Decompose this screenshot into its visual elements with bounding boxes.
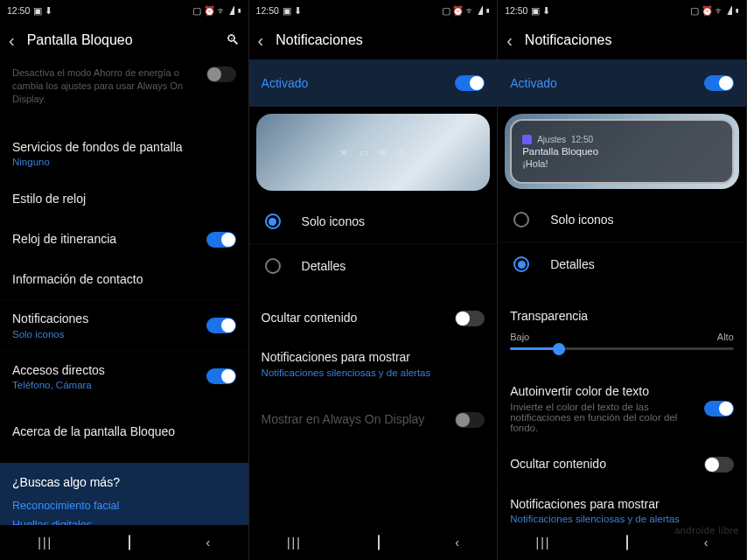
radio-icons-only-label: Solo iconos <box>550 213 613 227</box>
autoinvert-sub: Invierte el color del texto de las notif… <box>510 402 695 433</box>
aod-disabled-note: Desactiva el modo Ahorro de energía o ca… <box>0 60 248 118</box>
lockscreen-preview: ✕ ▭ ✉ ▯ <box>256 114 491 191</box>
activado-label: Activado <box>510 76 557 90</box>
activado-toggle[interactable] <box>704 75 734 91</box>
nav-back[interactable]: ‹ <box>704 536 709 550</box>
nav-home[interactable] <box>129 536 130 550</box>
wallpaper-services-row[interactable]: Servicios de fondos de pantalla Ninguno <box>0 129 248 180</box>
shortcuts-row[interactable]: Accesos directos Teléfono, Cámara <box>0 352 248 402</box>
preview-mail-icon: ✉ <box>376 146 388 158</box>
radio-icons-only[interactable] <box>513 212 529 228</box>
wallpaper-sub: Ninguno <box>12 157 227 167</box>
hide-content-label: Ocultar contenido <box>262 311 447 326</box>
link-face-recognition[interactable]: Reconocimiento facial <box>12 500 236 512</box>
status-left-icons: ▣ ⬇ <box>33 5 52 16</box>
preview-message-icon: ▭ <box>357 146 369 158</box>
nav-recents[interactable]: ||| <box>38 536 52 550</box>
activado-label: Activado <box>262 76 309 90</box>
back-icon[interactable]: ‹ <box>258 31 264 51</box>
back-icon[interactable]: ‹ <box>9 31 15 51</box>
transparency-section: Transparencia Bajo Alto <box>498 297 746 368</box>
back-icon[interactable]: ‹ <box>506 31 513 51</box>
slider-high: Alto <box>717 332 734 342</box>
screenshot-lock-screen-settings: 12:50▣ ⬇ ▢ ⏰ ᯤ ◢ ▮ ‹ Pantalla Bloqueo 🔍︎… <box>0 0 249 560</box>
autoinvert-label: Autoinvertir color de texto <box>510 384 695 400</box>
clock-style-label: Estilo de reloj <box>12 192 227 207</box>
show-on-aod-label: Mostrar en Always On Display <box>262 412 447 428</box>
header: ‹ Notificaciones <box>498 21 746 60</box>
roaming-clock-row[interactable]: Reloj de itinerancia <box>0 220 248 260</box>
notifications-to-show-row[interactable]: Notificaciones para mostrar Notificacion… <box>498 486 746 526</box>
preview-notification-card: Ajustes 12:50 Pantalla Bloqueo ¡Hola! <box>510 119 734 184</box>
status-right-icons: ▢ ⏰ ᯤ ◢ ▮ <box>690 5 739 17</box>
search-more-title: ¿Buscas algo más? <box>12 475 236 489</box>
page-title: Pantalla Bloqueo <box>27 32 213 48</box>
contact-info-row[interactable]: Información de contacto <box>0 260 248 300</box>
roaming-clock-toggle[interactable] <box>206 232 236 248</box>
header: ‹ Pantalla Bloqueo 🔍︎ <box>0 21 248 60</box>
radio-details[interactable] <box>265 258 281 274</box>
preview-time: 12:50 <box>571 135 593 144</box>
status-bar: 12:50▣ ⬇ ▢ ⏰ ᯤ ◢ ▮ <box>0 0 248 21</box>
radio-details-row[interactable]: Detalles <box>249 243 498 288</box>
radio-icons-only-row[interactable]: Solo iconos <box>498 198 746 242</box>
hide-content-row[interactable]: Ocultar contenido <box>249 298 498 339</box>
about-label: Acerca de la pantalla Bloqueo <box>12 424 227 440</box>
to-show-label: Notificaciones para mostrar <box>262 350 477 366</box>
clock: 12:50 <box>505 5 527 16</box>
nav-bar: ||| ‹ <box>0 525 248 560</box>
status-bar: 12:50▣ ⬇ ▢ ⏰ ᯤ ◢ ▮ <box>249 0 498 21</box>
header: ‹ Notificaciones <box>249 21 498 60</box>
nav-back[interactable]: ‹ <box>206 536 211 550</box>
activado-toggle[interactable] <box>455 75 485 91</box>
radio-icons-only-row[interactable]: Solo iconos <box>249 200 498 243</box>
screenshot-notifications-icons: 12:50▣ ⬇ ▢ ⏰ ᯤ ◢ ▮ ‹ Notificaciones Acti… <box>249 0 499 560</box>
preview-app-icon <box>522 135 532 144</box>
to-show-sub: Notificaciones silenciosas y de alertas <box>262 368 477 378</box>
link-fingerprints[interactable]: Huellas digitales <box>12 519 236 525</box>
status-bar: 12:50▣ ⬇ ▢ ⏰ ᯤ ◢ ▮ <box>498 0 746 21</box>
about-lockscreen-row[interactable]: Acerca de la pantalla Bloqueo <box>0 412 248 452</box>
roaming-clock-label: Reloj de itinerancia <box>12 232 198 248</box>
search-icon[interactable]: 🔍︎ <box>226 32 240 48</box>
slider-low: Bajo <box>510 332 529 342</box>
nav-back[interactable]: ‹ <box>455 536 459 550</box>
activado-row[interactable]: Activado <box>498 60 746 107</box>
hide-content-toggle[interactable] <box>455 311 485 326</box>
nav-recents[interactable]: ||| <box>287 536 302 550</box>
nav-home[interactable] <box>378 536 380 550</box>
slider-thumb[interactable] <box>553 343 565 355</box>
page-title: Notificaciones <box>276 32 488 48</box>
to-show-label: Notificaciones para mostrar <box>510 497 725 513</box>
radio-icons-only[interactable] <box>265 214 281 229</box>
status-right-icons: ▢ ⏰ ᯤ ◢ ▮ <box>192 5 241 17</box>
hide-content-label: Ocultar contenido <box>510 457 695 472</box>
preview-missedcall-icon: ✕ <box>338 146 350 158</box>
preview-lock-icon: ▯ <box>395 146 408 158</box>
preview-line2: ¡Hola! <box>522 158 722 169</box>
transparency-label: Transparencia <box>510 309 734 323</box>
notifications-row[interactable]: Notificaciones Solo iconos <box>0 300 248 352</box>
clock-style-row[interactable]: Estilo de reloj <box>0 179 248 220</box>
radio-details-label: Detalles <box>550 257 595 271</box>
shortcuts-toggle[interactable] <box>206 368 236 384</box>
clock: 12:50 <box>256 5 279 16</box>
autoinvert-row[interactable]: Autoinvertir color de texto Invierte el … <box>498 373 746 445</box>
notifications-toggle[interactable] <box>206 318 236 333</box>
autoinvert-toggle[interactable] <box>704 401 734 416</box>
notifications-to-show-row[interactable]: Notificaciones para mostrar Notificacion… <box>249 339 498 389</box>
activado-row[interactable]: Activado <box>249 60 498 107</box>
transparency-slider[interactable] <box>510 347 734 350</box>
to-show-sub: Notificaciones silenciosas y de alertas <box>510 514 725 524</box>
radio-details-label: Detalles <box>302 259 346 273</box>
page-title: Notificaciones <box>525 32 737 48</box>
hide-content-row[interactable]: Ocultar contenido <box>498 445 746 486</box>
radio-details-row[interactable]: Detalles <box>498 242 746 286</box>
notifications-sub: Solo iconos <box>12 329 198 340</box>
nav-recents[interactable]: ||| <box>536 536 551 550</box>
hide-content-toggle[interactable] <box>704 457 734 472</box>
nav-home[interactable] <box>626 536 628 550</box>
radio-details[interactable] <box>513 256 529 272</box>
aod-toggle <box>206 66 236 82</box>
lockscreen-preview: Ajustes 12:50 Pantalla Bloqueo ¡Hola! <box>505 114 739 189</box>
